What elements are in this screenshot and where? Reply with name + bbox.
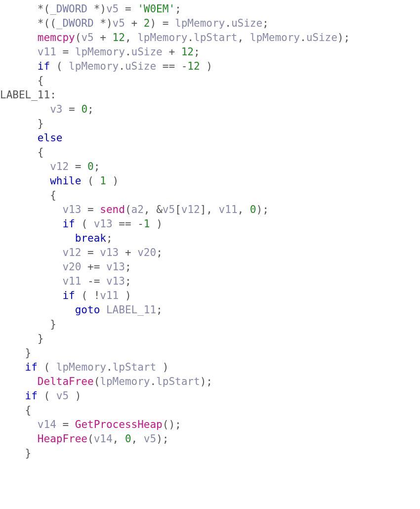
code-token: { <box>38 75 44 86</box>
code-token: lpMemory <box>56 361 106 373</box>
code-line: v11 -= v13; <box>0 275 131 287</box>
code-token: goto <box>75 304 100 316</box>
code-token: ; <box>125 275 131 287</box>
code-token: v3 <box>50 103 62 115</box>
code-token: if <box>25 361 38 373</box>
code-token: , & <box>144 204 163 215</box>
code-token: , <box>238 204 250 215</box>
code-token: LABEL_11 <box>106 304 156 316</box>
code-token: *) <box>94 17 113 29</box>
code-token: { <box>38 146 44 158</box>
code-token: uSize <box>231 17 262 29</box>
code-token: lpStart <box>113 361 157 373</box>
code-token: v13 <box>62 204 81 215</box>
code-token: ) <box>150 218 163 230</box>
code-line: memcpy(v5 + 12, lpMemory.lpStart, lpMemo… <box>0 32 350 43</box>
code-line: goto LABEL_11; <box>0 304 163 316</box>
code-token: } <box>50 318 56 330</box>
code-token: } <box>38 333 44 344</box>
code-token: 12 <box>187 60 200 72</box>
code-token: = <box>56 46 75 58</box>
code-token: 0 <box>250 204 256 215</box>
code-token: v5 <box>106 3 119 15</box>
code-token: - <box>137 218 144 230</box>
code-token: v14 <box>94 433 113 445</box>
code-token: ) <box>106 175 119 187</box>
code-token: ( <box>75 218 94 230</box>
code-token: = <box>81 204 100 215</box>
code-token: -= <box>81 275 106 287</box>
code-token: v11 <box>38 46 56 58</box>
code-line: if ( lpMemory.uSize == -12 ) <box>0 60 212 72</box>
code-token: ( <box>38 390 56 402</box>
code-token: lpStart <box>156 376 200 387</box>
code-token: ; <box>106 232 113 244</box>
code-token: == <box>156 60 181 72</box>
code-token: ) = <box>150 17 175 29</box>
code-token: 12 <box>113 32 125 43</box>
code-token <box>100 304 106 316</box>
code-token: { <box>25 404 32 416</box>
code-line: { <box>0 404 31 416</box>
code-line: v3 = 0; <box>0 103 94 115</box>
code-token: *(( <box>38 17 56 29</box>
code-token: = <box>119 3 137 15</box>
code-token: == <box>113 218 138 230</box>
code-token: . <box>125 46 131 58</box>
code-line: v14 = GetProcessHeap(); <box>0 419 181 430</box>
code-token: ); <box>156 433 168 445</box>
code-token: v14 <box>38 419 56 430</box>
code-token: } <box>38 118 44 129</box>
code-token: v12 <box>50 161 69 172</box>
code-line: if ( v5 ) <box>0 390 81 402</box>
code-token: { <box>50 189 56 201</box>
code-token: ; <box>175 3 181 15</box>
code-token: v5 <box>163 204 175 215</box>
code-token: (); <box>163 419 181 430</box>
code-token: send <box>100 204 125 215</box>
code-token: v20 <box>62 261 81 273</box>
code-token: ) <box>156 361 168 373</box>
code-token: . <box>150 376 156 387</box>
code-token: . <box>106 361 113 373</box>
code-token: ; <box>94 161 100 172</box>
code-token: v20 <box>137 247 156 258</box>
code-token: ) <box>200 60 212 72</box>
code-token: [ <box>175 204 181 215</box>
code-token: _DWORD <box>50 3 87 15</box>
code-token: 2 <box>144 17 150 29</box>
code-token: v5 <box>56 390 69 402</box>
code-token: ; <box>87 103 94 115</box>
code-line: if ( !v11 ) <box>0 290 131 301</box>
code-token: v13 <box>100 247 119 258</box>
code-token: = <box>62 103 81 115</box>
code-line: while ( 1 ) <box>0 175 119 187</box>
code-token: while <box>50 175 81 187</box>
code-token: *) <box>87 3 106 15</box>
code-line: } <box>0 118 44 129</box>
code-line: LABEL_11: <box>0 89 56 101</box>
code-token: } <box>25 447 32 459</box>
code-token: ( <box>50 60 69 72</box>
code-token: lpMemory <box>100 376 150 387</box>
code-line: *((_DWORD *)v5 + 2) = lpMemory.uSize; <box>0 17 269 29</box>
code-token: = <box>69 161 87 172</box>
code-token: 12 <box>181 46 194 58</box>
code-token: ], <box>200 204 219 215</box>
code-token: ); <box>256 204 269 215</box>
code-token: v5 <box>144 433 156 445</box>
code-token: uSize <box>125 60 156 72</box>
decompiler-listing: *(_DWORD *)v5 = 'W0EM'; *((_DWORD *)v5 +… <box>0 0 420 461</box>
code-line: } <box>0 318 56 330</box>
code-token: uSize <box>131 46 163 58</box>
code-token: = <box>56 419 75 430</box>
code-token: a2 <box>131 204 144 215</box>
code-line: v11 = lpMemory.uSize + 12; <box>0 46 200 58</box>
code-token: 1 <box>100 175 106 187</box>
code-line: v12 = 0; <box>0 161 100 172</box>
code-token: lpMemory <box>175 17 225 29</box>
code-token: ; <box>156 304 163 316</box>
code-token: v5 <box>113 17 125 29</box>
code-line: } <box>0 333 44 344</box>
code-token: , <box>238 32 250 43</box>
